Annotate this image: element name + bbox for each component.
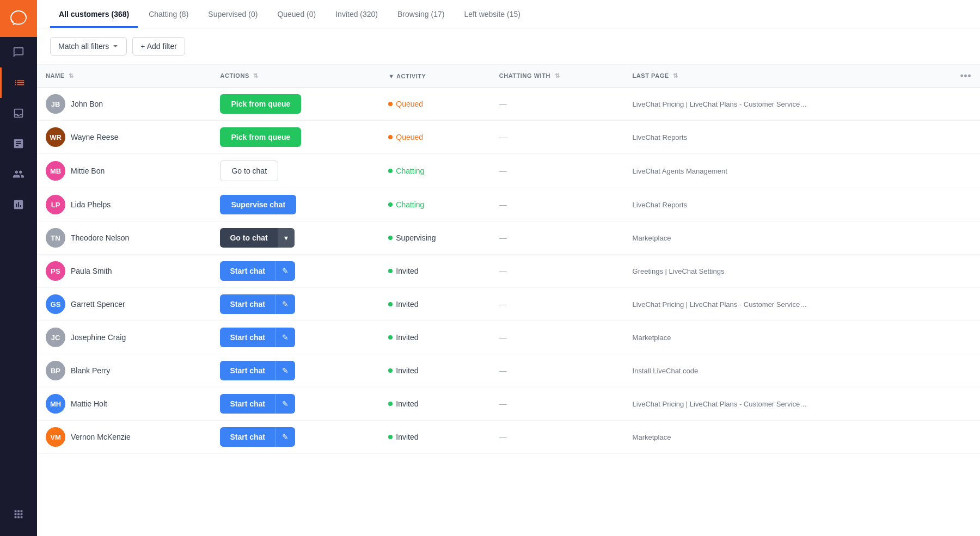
td-activity: Queued <box>379 88 490 121</box>
last-page-text: Marketplace <box>633 234 671 242</box>
main-content: All customers (368) Chatting (8) Supervi… <box>37 0 980 536</box>
table-header-row: NAME ⇅ ACTIONS ⇅ ▼ ACTIVITY CHATTING WIT… <box>37 65 980 88</box>
tab-left-website[interactable]: Left website (15) <box>455 0 529 28</box>
start-chat-button[interactable]: Start chat <box>220 394 275 414</box>
tab-browsing-label: Browsing (17) <box>397 10 444 19</box>
start-chat-button[interactable]: Start chat <box>220 361 275 380</box>
analytics-icon <box>13 199 24 211</box>
td-actions: Supervise chat <box>211 188 379 221</box>
goto-chat-button[interactable]: Go to chat <box>220 161 278 181</box>
td-last-page: LiveChat Pricing | LiveChat Plans - Cust… <box>624 387 952 421</box>
td-last-page: LiveChat Pricing | LiveChat Plans - Cust… <box>624 88 952 121</box>
activity-label: Queued <box>396 133 423 141</box>
tab-queued[interactable]: Queued (0) <box>268 0 324 28</box>
td-actions: Go to chat <box>211 154 379 188</box>
inbox-icon <box>13 107 24 119</box>
tab-browsing[interactable]: Browsing (17) <box>389 0 453 28</box>
activity-label: Invited <box>396 399 418 408</box>
tab-supervised[interactable]: Supervised (0) <box>199 0 266 28</box>
sidebar-item-team[interactable] <box>0 159 37 189</box>
td-last-page: Install LiveChat code <box>624 354 952 387</box>
td-extra <box>951 154 980 188</box>
td-extra <box>951 421 980 454</box>
goto-chat-button[interactable]: Go to chat <box>220 228 277 248</box>
sidebar-item-inbox[interactable] <box>0 98 37 128</box>
add-filter-button[interactable]: + Add filter <box>132 37 185 56</box>
tab-all-customers[interactable]: All customers (368) <box>50 0 138 28</box>
pick-from-queue-button[interactable]: Pick from queue <box>220 94 301 114</box>
customers-table-container: NAME ⇅ ACTIONS ⇅ ▼ ACTIVITY CHATTING WIT… <box>37 65 980 536</box>
start-chat-edit-button[interactable]: ✎ <box>275 261 295 281</box>
chatting-with-empty: — <box>499 100 507 108</box>
td-actions: Go to chat ▾ <box>211 221 379 255</box>
last-page-text: Marketplace <box>633 334 671 342</box>
goto-chat-arrow-button[interactable]: ▾ <box>278 228 295 248</box>
start-chat-button[interactable]: Start chat <box>220 294 275 314</box>
td-extra <box>951 221 980 255</box>
td-chatting-with: — <box>491 288 624 321</box>
td-actions: Start chat ✎ <box>211 321 379 354</box>
customer-name: Garrett Spencer <box>71 300 125 309</box>
start-chat-button[interactable]: Start chat <box>220 328 275 347</box>
pick-from-queue-button[interactable]: Pick from queue <box>220 127 301 147</box>
chatting-with-empty: — <box>499 167 507 175</box>
start-chat-edit-button[interactable]: ✎ <box>275 427 295 447</box>
th-actions[interactable]: ACTIONS ⇅ <box>211 65 379 88</box>
th-last-page[interactable]: LAST PAGE ⇅ <box>624 65 952 88</box>
start-chat-edit-button[interactable]: ✎ <box>275 394 295 414</box>
td-activity: Invited <box>379 387 490 421</box>
sidebar-item-reports[interactable] <box>0 128 37 159</box>
customer-name: Josephine Craig <box>71 333 126 342</box>
tabs-bar: All customers (368) Chatting (8) Supervi… <box>37 0 980 28</box>
th-activity[interactable]: ▼ ACTIVITY <box>379 65 490 88</box>
table-row: JC Josephine Craig Start chat ✎ Invited … <box>37 321 980 354</box>
td-actions: Start chat ✎ <box>211 387 379 421</box>
customer-name: Lida Phelps <box>71 200 111 209</box>
td-activity: Invited <box>379 255 490 288</box>
td-chatting-with: — <box>491 188 624 221</box>
sidebar-item-chats[interactable] <box>0 37 37 67</box>
chatting-with-empty: — <box>499 366 507 375</box>
th-name[interactable]: NAME ⇅ <box>37 65 211 88</box>
start-chat-button[interactable]: Start chat <box>220 261 275 281</box>
customer-avatar: MH <box>46 394 65 414</box>
logo[interactable] <box>0 0 37 37</box>
sidebar-item-customers[interactable] <box>0 67 37 98</box>
tab-chatting[interactable]: Chatting (8) <box>140 0 197 28</box>
td-name: TN Theodore Nelson <box>37 221 211 255</box>
td-chatting-with: — <box>491 255 624 288</box>
sort-icon-actions: ⇅ <box>253 72 259 79</box>
chatting-with-empty: — <box>499 133 507 141</box>
td-name: WR Wayne Reese <box>37 121 211 154</box>
sidebar-item-apps[interactable] <box>0 499 37 529</box>
table-row: PS Paula Smith Start chat ✎ Invited —Gre… <box>37 255 980 288</box>
sidebar <box>0 0 37 536</box>
customer-avatar: TN <box>46 228 65 248</box>
tab-chatting-label: Chatting (8) <box>149 10 188 19</box>
start-chat-edit-button[interactable]: ✎ <box>275 294 295 314</box>
table-more-icon[interactable]: ••• <box>960 70 971 81</box>
start-chat-edit-button[interactable]: ✎ <box>275 361 295 380</box>
td-activity: Queued <box>379 121 490 154</box>
td-last-page: Marketplace <box>624 221 952 255</box>
sort-icon-last-page: ⇅ <box>673 72 678 79</box>
sidebar-item-analytics[interactable] <box>0 189 37 220</box>
td-activity: Supervising <box>379 221 490 255</box>
start-chat-button[interactable]: Start chat <box>220 427 275 447</box>
th-chatting-with[interactable]: CHATTING WITH ⇅ <box>491 65 624 88</box>
activity-label: Invited <box>396 267 418 275</box>
tab-all-customers-label: All customers (368) <box>59 10 129 19</box>
activity-label: Supervising <box>396 233 436 242</box>
customer-name: Vernon McKenzie <box>71 433 131 441</box>
th-more: ••• <box>951 65 980 88</box>
td-chatting-with: — <box>491 354 624 387</box>
activity-label: Chatting <box>396 200 424 209</box>
match-filter-dropdown[interactable]: Match all filters <box>50 37 127 56</box>
td-extra <box>951 321 980 354</box>
tab-invited[interactable]: Invited (320) <box>327 0 387 28</box>
chatting-with-empty: — <box>499 333 507 342</box>
start-chat-edit-button[interactable]: ✎ <box>275 328 295 347</box>
last-page-text: LiveChat Pricing | LiveChat Plans - Cust… <box>633 400 807 408</box>
supervise-chat-button[interactable]: Supervise chat <box>220 195 296 214</box>
customer-name: Theodore Nelson <box>71 233 129 242</box>
